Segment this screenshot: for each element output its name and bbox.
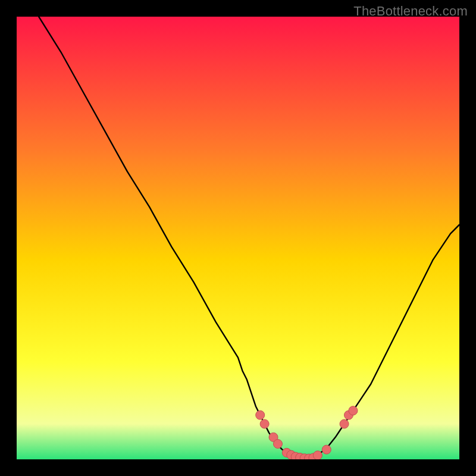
chart-frame: TheBottleneck.com [0, 0, 476, 476]
curve-marker [322, 445, 331, 454]
curve-marker [349, 406, 358, 415]
curve-marker [340, 419, 349, 428]
bottleneck-curve-chart [17, 17, 459, 459]
curve-marker [273, 439, 282, 448]
curve-marker [260, 419, 269, 428]
curve-marker [313, 451, 322, 459]
plot-area [17, 17, 459, 459]
gradient-background [17, 17, 459, 459]
curve-marker [256, 411, 265, 419]
